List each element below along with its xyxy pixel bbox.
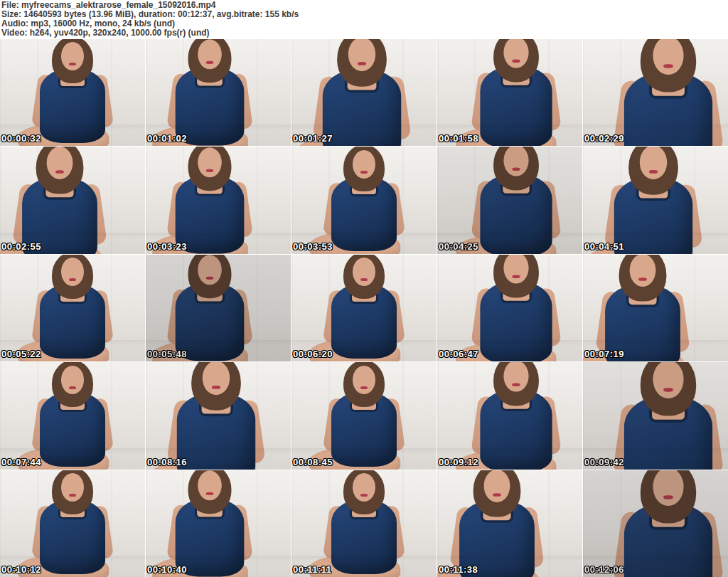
thumbnail-timestamp: 00:01:02 [147, 133, 187, 144]
thumbnail-image-placeholder [298, 39, 426, 146]
video-thumbnail: 00:02:29 [583, 39, 728, 146]
thumbnail-image-placeholder [19, 255, 126, 361]
video-thumbnail: 00:01:27 [291, 39, 437, 146]
video-thumbnail: 00:01:58 [437, 39, 582, 146]
video-thumbnail: 00:06:47 [437, 255, 582, 361]
video-thumbnail: 00:01:02 [146, 39, 291, 146]
video-thumbnail: 00:05:22 [0, 255, 145, 361]
video-thumbnail: 00:06:20 [291, 255, 437, 361]
video-thumbnail: 00:02:55 [0, 147, 145, 253]
thumbnail-timestamp: 00:05:22 [1, 349, 41, 359]
video-thumbnail: 00:12:06 [583, 470, 728, 577]
thumbnail-image-placeholder [154, 147, 266, 253]
thumbnail-timestamp: 00:08:45 [293, 457, 333, 467]
video-thumbnail: 00:09:42 [583, 362, 728, 469]
video-thumbnail: 00:10:12 [0, 470, 145, 577]
video-thumbnail: 00:04:25 [437, 147, 582, 253]
thumbnail-image-placeholder [596, 362, 728, 469]
thumbnail-image-placeholder [154, 39, 266, 146]
thumbnail-image-placeholder [437, 470, 558, 577]
thumbnail-timestamp: 00:11:11 [293, 564, 332, 575]
video-thumbnail: 00:03:23 [146, 147, 291, 253]
thumbnail-image-placeholder [596, 470, 728, 577]
thumbnail-image-placeholder [458, 147, 575, 253]
thumbnail-timestamp: 00:03:53 [293, 241, 333, 252]
thumbnail-timestamp: 00:01:27 [293, 133, 333, 144]
thumbnail-timestamp: 00:00:32 [1, 133, 41, 144]
thumbnail-timestamp: 00:01:58 [439, 133, 478, 144]
video-thumbnail: 00:08:45 [291, 362, 437, 469]
thumbnail-timestamp: 00:04:25 [439, 241, 478, 252]
video-thumbnail: 00:00:32 [0, 39, 145, 146]
video-thumbnail: 00:08:16 [146, 362, 291, 469]
thumbnail-timestamp: 00:05:48 [147, 349, 187, 359]
thumbnail-image-placeholder [0, 147, 121, 253]
thumbnail-timestamp: 00:06:20 [293, 349, 333, 359]
media-info-header: File: myfreecams_alektrarose_female_1509… [0, 0, 728, 39]
thumbnail-timestamp: 00:12:06 [584, 564, 624, 575]
thumbnail-image-placeholder [311, 470, 417, 577]
thumbnail-timestamp: 00:02:29 [584, 133, 624, 144]
thumbnail-timestamp: 00:02:55 [1, 241, 41, 252]
thumbnail-grid: 00:00:32 00:01:02 00:01:27 00:01:58 00:0… [0, 39, 728, 577]
video-thumbnail: 00:11:38 [437, 470, 582, 577]
video-thumbnail: 00:07:19 [583, 255, 728, 361]
thumbnail-timestamp: 00:09:42 [584, 457, 624, 467]
thumbnail-timestamp: 00:10:40 [147, 564, 187, 575]
video-thumbnail: 00:09:12 [437, 362, 582, 469]
video-info-line: Video: h264, yuv420p, 320x240, 1000.00 f… [1, 28, 728, 38]
thumbnail-timestamp: 00:04:51 [584, 241, 624, 252]
thumbnail-image-placeholder [458, 39, 575, 146]
thumbnail-timestamp: 00:08:16 [147, 457, 187, 467]
thumbnail-timestamp: 00:11:38 [439, 564, 478, 575]
thumbnail-timestamp: 00:09:12 [439, 457, 478, 467]
video-thumbnail: 00:07:44 [0, 362, 145, 469]
thumbnail-image-placeholder [19, 470, 126, 577]
thumbnail-image-placeholder [458, 255, 575, 361]
video-thumbnail: 00:03:53 [291, 147, 437, 253]
thumbnail-image-placeholder [596, 39, 728, 146]
video-thumbnail: 00:10:40 [146, 470, 291, 577]
thumbnail-image-placeholder [154, 255, 266, 361]
thumbnail-image-placeholder [19, 39, 126, 146]
thumbnail-image-placeholder [152, 362, 280, 469]
video-thumbnail: 00:04:51 [583, 147, 728, 253]
thumbnail-image-placeholder [311, 147, 417, 253]
thumbnail-image-placeholder [311, 255, 417, 361]
thumbnail-image-placeholder [154, 470, 266, 577]
thumbnail-timestamp: 00:10:12 [1, 564, 41, 575]
thumbnail-timestamp: 00:03:23 [147, 241, 187, 252]
video-thumbnail: 00:05:48 [146, 255, 291, 361]
thumbnail-image-placeholder [583, 255, 704, 361]
thumbnail-image-placeholder [589, 147, 717, 253]
video-thumbnail: 00:11:11 [291, 470, 437, 577]
thumbnail-timestamp: 00:07:19 [584, 349, 624, 359]
thumbnail-image-placeholder [458, 362, 575, 469]
thumbnail-timestamp: 00:07:44 [1, 457, 41, 467]
thumbnail-image-placeholder [311, 362, 417, 469]
thumbnail-image-placeholder [19, 362, 126, 469]
thumbnail-timestamp: 00:06:47 [439, 349, 478, 359]
